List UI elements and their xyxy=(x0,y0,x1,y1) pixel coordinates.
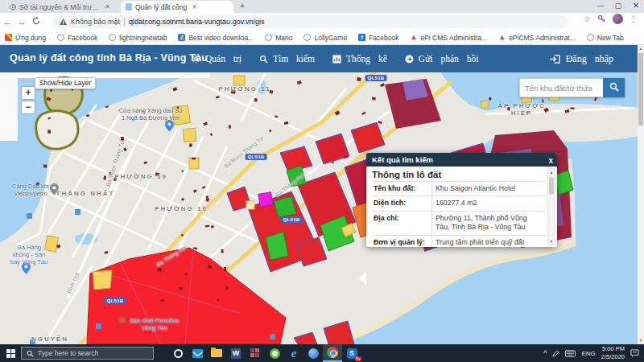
reload-icon xyxy=(32,17,40,25)
zoom-out-button[interactable]: − xyxy=(21,101,35,114)
bookmark-label: lightningnewtab xyxy=(119,34,167,42)
bookmark-item[interactable]: ZBest video downloa... xyxy=(178,34,254,42)
bookmark-item[interactable]: LollyGame xyxy=(303,34,347,42)
map-label: ẤP PHƯỚCHIỆP xyxy=(497,102,546,117)
reload-button[interactable] xyxy=(29,17,43,27)
road-shield: QL51B xyxy=(281,216,303,223)
z-badge-icon: Z xyxy=(178,34,185,41)
taskbar-internet-explorer[interactable]: e xyxy=(284,344,303,362)
apps-grid-icon xyxy=(5,34,12,41)
taskbar-clock[interactable]: 5:00 PM 2/5/2020 xyxy=(601,345,625,361)
address-bar[interactable]: Không bảo mật qldatcong.sotnmt.baria-vun… xyxy=(53,15,568,28)
app-title[interactable]: Quản lý đất công tỉnh Bà Rịa - Vũng Tàu xyxy=(10,52,208,64)
taskbar-cortana[interactable] xyxy=(168,344,188,362)
profile-avatar[interactable] xyxy=(613,14,623,24)
tab-favicon-doc-icon xyxy=(126,3,132,10)
tab-quanlydatcong[interactable]: Quản lý đất công ✕ xyxy=(121,1,233,13)
search-result-popup: Kết quả tìm kiếm x Thông tin lô đất Tên … xyxy=(366,153,557,247)
popup-heading: Thông tin lô đất xyxy=(372,170,546,179)
menu-item-label: Tìm kiếm xyxy=(273,54,315,64)
browser-menu-icon[interactable]: ⋮ xyxy=(630,14,638,23)
map-label: PHƯỜNG 10 xyxy=(114,173,167,180)
taskbar-store-red[interactable] xyxy=(246,344,265,362)
gear-icon xyxy=(192,55,200,64)
url-text[interactable]: qldatcong.sotnmt.baria-vungtau.gov.vn/gi… xyxy=(129,18,264,26)
menu-item-gear[interactable]: Quản trị xyxy=(192,54,242,64)
back-button[interactable]: ← xyxy=(0,17,14,27)
window-close-button[interactable]: ✕ xyxy=(628,0,644,11)
green-app-icon xyxy=(270,348,280,359)
bookmark-star-icon[interactable]: ☆ xyxy=(584,14,591,23)
password-key-icon[interactable] xyxy=(597,14,606,23)
tab-close-icon[interactable]: ✕ xyxy=(105,3,110,10)
globe-icon xyxy=(303,34,311,41)
new-tab-button[interactable]: + xyxy=(240,2,245,10)
login-button[interactable]: Đăng nhập xyxy=(550,45,613,72)
map-search-input[interactable] xyxy=(519,78,603,97)
bookmarks-bar: Ứng dụngFacebooklightningnewtabZBest vid… xyxy=(0,31,644,45)
tab-title: Quản lý đất công xyxy=(135,3,187,11)
road-shield: QL51B xyxy=(365,75,387,81)
parcel-pale-yellow[interactable] xyxy=(246,201,254,209)
menu-item-stats[interactable]: Thống kê xyxy=(332,54,387,64)
page-scrollbar[interactable]: ▲ ▼ xyxy=(638,45,644,344)
sign-in-icon xyxy=(550,55,560,64)
bookmark-item[interactable]: Mario xyxy=(265,34,292,42)
parcel-info-table: Tên khu đất:Khu Saigon Atlantic HotelDiệ… xyxy=(372,181,546,247)
tray-expand-chevron[interactable]: ^ xyxy=(543,349,547,357)
map-label: PHƯỜNG 10 xyxy=(155,205,208,212)
taskbar-green-app[interactable] xyxy=(265,344,284,362)
taskbar-word[interactable]: W xyxy=(226,344,246,362)
bookmark-item[interactable]: lightningnewtab xyxy=(109,34,167,42)
zoom-in-button[interactable]: + xyxy=(21,86,35,100)
bookmark-item[interactable]: Ứng dụng xyxy=(5,34,46,42)
bookmark-item[interactable]: fFacebook xyxy=(358,34,398,42)
info-row: Địa chỉ:Phường 11, Thành phố Vũng Tàu, T… xyxy=(372,211,546,235)
parcel-magenta[interactable] xyxy=(258,192,274,208)
tab-close-icon[interactable]: ✕ xyxy=(192,3,197,10)
popup-header[interactable]: Kết quả tìm kiếm x xyxy=(366,153,557,167)
popup-close-icon[interactable]: x xyxy=(548,154,553,167)
pen-input-icon[interactable] xyxy=(552,350,559,357)
bookmark-label: Facebook xyxy=(68,34,97,42)
info-row: Đơn vị quản lý:Trung tâm phát triển quỹ … xyxy=(372,235,546,247)
keyboard-icon[interactable] xyxy=(565,350,576,357)
taskbar-search[interactable]: Type here to search xyxy=(21,347,154,360)
popup-scrollbar[interactable]: ▲ ▼ xyxy=(547,168,555,245)
language-indicator[interactable]: ENG xyxy=(581,350,595,357)
taskbar-chrome[interactable] xyxy=(323,344,342,362)
taskbar-blue-browser[interactable] xyxy=(303,344,323,362)
forward-button[interactable]: → xyxy=(14,17,29,27)
action-center-icon[interactable] xyxy=(630,349,639,358)
bookmark-item[interactable]: ▲ePiCMS Administrat... xyxy=(498,34,576,42)
bookmark-item[interactable]: ▲ePi CMS Administra... xyxy=(410,34,487,42)
info-label: Diện tích: xyxy=(372,196,431,210)
taskbar-mail[interactable] xyxy=(188,344,207,362)
window-maximize-button[interactable]: ▢ xyxy=(610,0,626,11)
map-search-button[interactable] xyxy=(603,78,625,97)
layer-toggle-button[interactable]: Show/Hide Layer xyxy=(35,77,96,89)
road-shield: QL51B xyxy=(105,298,126,304)
menu-item-send[interactable]: Gửi phản hồi xyxy=(405,54,479,64)
globe-icon xyxy=(109,34,116,41)
taskbar-file-explorer[interactable] xyxy=(207,344,226,362)
window-minimize-button[interactable]: — xyxy=(592,0,609,11)
tab-sotainguyen[interactable]: Sở tài nguyên & Môi trường - Tì ✕ xyxy=(5,1,118,13)
menu-item-search[interactable]: Tìm kiếm xyxy=(259,54,315,64)
bookmark-label: Best video downloa... xyxy=(188,34,254,42)
map-canvas[interactable]: PHƯỜNG 11PHƯỜNG 10PHƯỜNG 10THẮNG NHẤTẤP … xyxy=(0,72,638,344)
security-label[interactable]: Không bảo mật xyxy=(71,18,120,26)
system-tray: ^ ENG 5:00 PM 2/5/2020 xyxy=(543,345,644,361)
bookmark-label: Mario xyxy=(275,34,292,42)
word-icon: W xyxy=(231,348,241,359)
bookmark-item[interactable]: New Tab xyxy=(587,34,624,42)
road-shield: QL51B xyxy=(246,154,267,160)
globe-icon xyxy=(587,34,594,41)
bookmark-label: ePi CMS Administra... xyxy=(420,34,487,42)
taskbar-s-messenger[interactable]: S5+ xyxy=(342,344,361,362)
ie-icon: e xyxy=(291,347,297,360)
bookmark-item[interactable]: Facebook xyxy=(57,34,97,42)
start-button[interactable] xyxy=(0,344,21,362)
tray-time: 5:00 PM xyxy=(602,345,625,352)
map-label: PHƯỜNG 11 xyxy=(218,85,270,93)
